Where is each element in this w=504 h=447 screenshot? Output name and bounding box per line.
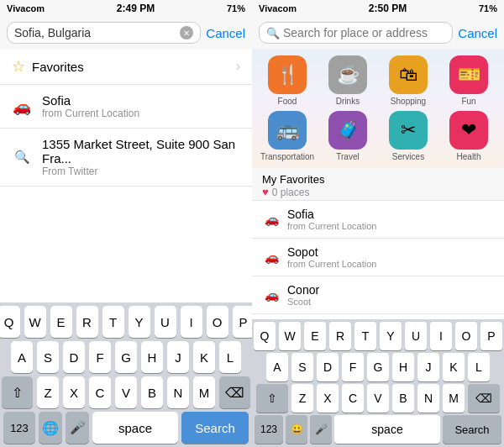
key-w[interactable]: W [24,306,46,338]
right-list-content: Sofia from Current Location [287,208,494,231]
key-c[interactable]: C [342,384,364,413]
key-t[interactable]: T [354,322,376,350]
key-b[interactable]: B [141,376,163,408]
left-status-bar: Vivacom 2:49 PM 71% [0,0,252,17]
category-food[interactable]: 🍴 Food [262,55,312,106]
shopping-label: Shopping [391,97,426,106]
category-transport[interactable]: 🚌 Transportation [262,111,312,161]
key-v[interactable]: V [115,376,137,408]
mic-key[interactable]: 🎤 [310,415,332,444]
right-list-item[interactable]: 🚗 Conor Scoot [252,276,504,314]
right-time: 2:50 PM [369,3,407,14]
key-i[interactable]: I [430,322,452,350]
search-button[interactable]: Search [443,415,501,444]
key-j[interactable]: J [417,353,439,381]
category-shopping[interactable]: 🛍 Shopping [383,55,433,106]
category-services[interactable]: ✂ Services [383,111,433,161]
right-list-item[interactable]: 🚗 Sopot from Current Location [252,239,504,276]
key-o[interactable]: O [455,322,477,350]
key-v[interactable]: V [367,384,389,413]
category-drinks[interactable]: ☕ Drinks [323,55,373,106]
key-g[interactable]: G [367,353,389,381]
left-search-bar: Sofia, Bulgaria ✕ Cancel [0,17,252,49]
key-n[interactable]: N [417,384,439,413]
key-t[interactable]: T [102,306,124,338]
key-i[interactable]: I [181,306,202,338]
category-health[interactable]: ❤ Health [444,111,494,161]
space-key[interactable]: space [334,415,440,444]
left-search-input[interactable]: Sofia, Bulgaria [14,26,176,39]
key-a[interactable]: A [266,353,288,381]
category-row-1: 🍴 Food ☕ Drinks 🛍 Shopping 🎫 Fun [257,55,499,106]
right-list-content: Sopot from Current Location [287,245,494,269]
key-k[interactable]: K [193,341,215,373]
favorites-row[interactable]: ☆ Favorites › [0,49,252,85]
key-f[interactable]: F [342,353,364,381]
key-x[interactable]: X [63,376,85,408]
heart-icon: ♥ [262,186,269,198]
key-o[interactable]: O [207,306,228,338]
space-key[interactable]: space [92,412,178,444]
mic-key[interactable]: 🎤 [66,412,89,444]
key-p[interactable]: P [480,322,502,350]
key-g[interactable]: G [115,341,137,373]
left-carrier: Vivacom [7,3,45,13]
key-e[interactable]: E [50,306,72,338]
key-z[interactable]: Z [291,384,313,413]
key-w[interactable]: W [279,322,301,350]
left-keyboard: Q W E R T Y U I O P A S D F G H J K L ⇧ … [0,302,252,447]
delete-key[interactable]: ⌫ [468,384,500,413]
drinks-icon: ☕ [328,55,367,94]
key-q[interactable]: Q [254,322,276,350]
key-x[interactable]: X [317,384,339,413]
num-key[interactable]: 123 [3,412,35,444]
key-h[interactable]: H [392,353,414,381]
key-a[interactable]: A [11,341,33,373]
category-travel[interactable]: 🧳 Travel [323,111,373,161]
left-cancel-button[interactable]: Cancel [206,26,245,40]
key-z[interactable]: Z [37,376,59,408]
category-fun[interactable]: 🎫 Fun [444,55,494,106]
num-key[interactable]: 123 [255,415,283,444]
key-u[interactable]: U [405,322,427,350]
key-r[interactable]: R [329,322,351,350]
key-b[interactable]: B [392,384,414,413]
key-s[interactable]: S [291,353,313,381]
section-header: My Favorites ♥ 0 places [252,168,504,201]
shift-key[interactable]: ⇧ [2,376,33,408]
left-clear-button[interactable]: ✕ [180,26,193,39]
right-search-input[interactable] [283,26,445,39]
right-cancel-button[interactable]: Cancel [458,26,497,40]
key-k[interactable]: K [443,353,465,381]
key-s[interactable]: S [37,341,59,373]
globe-key[interactable]: 🌐 [39,412,62,444]
delete-key[interactable]: ⌫ [219,376,250,408]
shift-key[interactable]: ⇧ [256,384,288,413]
list-item[interactable]: 🚗 Sofia from Current Location [0,85,252,129]
key-y[interactable]: Y [380,322,402,350]
right-list-item[interactable]: 🚗 Sofia from Current Location [252,201,504,239]
kb-row-1: Q W E R T Y U I O P [2,306,250,338]
key-q[interactable]: Q [0,306,20,338]
key-j[interactable]: J [167,341,189,373]
section-title: My Favorites [262,173,494,186]
key-y[interactable]: Y [129,306,150,338]
key-r[interactable]: R [76,306,98,338]
key-l[interactable]: L [219,341,241,373]
key-d[interactable]: D [63,341,85,373]
key-f[interactable]: F [89,341,111,373]
key-e[interactable]: E [304,322,326,350]
key-m[interactable]: M [443,384,465,413]
key-d[interactable]: D [317,353,339,381]
key-u[interactable]: U [155,306,176,338]
key-n[interactable]: N [167,376,189,408]
key-p[interactable]: P [233,306,253,338]
list-item[interactable]: 🔍 1355 Market Street, Suite 900 San Fra.… [0,129,252,187]
key-c[interactable]: C [89,376,111,408]
key-l[interactable]: L [468,353,490,381]
key-h[interactable]: H [141,341,163,373]
search-button[interactable]: Search [181,412,249,444]
emoji-key[interactable]: 😀 [286,415,307,444]
right-carrier: Vivacom [259,3,297,13]
key-m[interactable]: M [193,376,215,408]
